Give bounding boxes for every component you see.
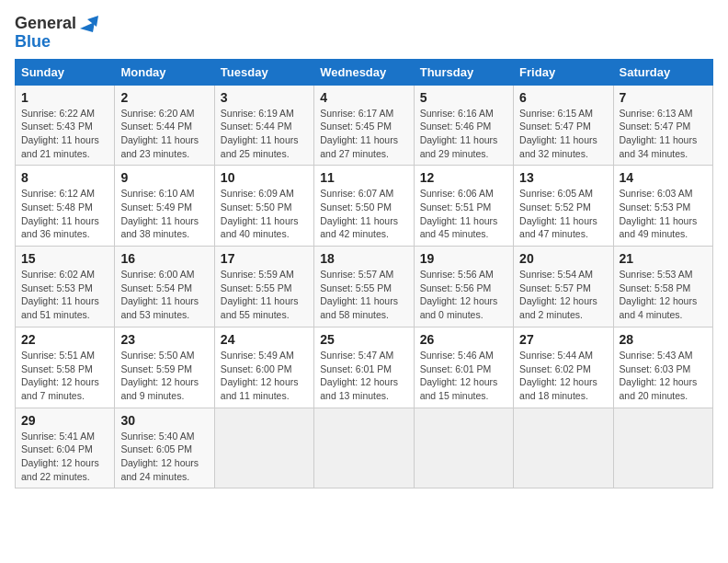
- day-info: Sunrise: 5:56 AMSunset: 5:56 PMDaylight:…: [420, 268, 507, 322]
- calendar-cell: 16Sunrise: 6:00 AMSunset: 5:54 PMDayligh…: [115, 247, 214, 327]
- calendar-cell: 26Sunrise: 5:46 AMSunset: 6:01 PMDayligh…: [414, 327, 513, 408]
- day-number: 4: [320, 90, 407, 105]
- day-info: Sunrise: 5:47 AMSunset: 6:01 PMDaylight:…: [320, 349, 407, 403]
- page-header: General Blue: [15, 15, 713, 52]
- calendar-cell: 19Sunrise: 5:56 AMSunset: 5:56 PMDayligh…: [414, 247, 513, 327]
- calendar-cell: 22Sunrise: 5:51 AMSunset: 5:58 PMDayligh…: [16, 327, 115, 408]
- day-info: Sunrise: 6:15 AMSunset: 5:47 PMDaylight:…: [519, 107, 607, 161]
- day-number: 15: [21, 251, 108, 266]
- col-header-friday: Friday: [514, 59, 613, 85]
- logo: General Blue: [15, 15, 98, 52]
- day-number: 20: [519, 251, 607, 266]
- calendar-body: 1Sunrise: 6:22 AMSunset: 5:43 PMDaylight…: [16, 85, 713, 488]
- day-number: 5: [420, 90, 507, 105]
- day-number: 3: [221, 90, 308, 105]
- day-info: Sunrise: 6:17 AMSunset: 5:45 PMDaylight:…: [320, 107, 407, 161]
- week-row-1: 1Sunrise: 6:22 AMSunset: 5:43 PMDaylight…: [16, 85, 713, 166]
- calendar-cell: 21Sunrise: 5:53 AMSunset: 5:58 PMDayligh…: [613, 247, 712, 327]
- calendar-cell: 25Sunrise: 5:47 AMSunset: 6:01 PMDayligh…: [314, 327, 414, 408]
- col-header-monday: Monday: [115, 59, 214, 85]
- calendar-cell: 8Sunrise: 6:12 AMSunset: 5:48 PMDaylight…: [16, 166, 115, 247]
- day-number: 10: [221, 170, 308, 185]
- day-number: 30: [120, 413, 208, 428]
- day-info: Sunrise: 5:44 AMSunset: 6:02 PMDaylight:…: [519, 349, 607, 403]
- calendar-cell: 15Sunrise: 6:02 AMSunset: 5:53 PMDayligh…: [16, 247, 115, 327]
- svg-marker-0: [80, 22, 95, 32]
- day-info: Sunrise: 6:06 AMSunset: 5:51 PMDaylight:…: [420, 187, 507, 241]
- day-number: 7: [620, 90, 707, 105]
- col-header-thursday: Thursday: [414, 59, 513, 85]
- calendar-cell: 24Sunrise: 5:49 AMSunset: 6:00 PMDayligh…: [214, 327, 313, 408]
- day-info: Sunrise: 5:53 AMSunset: 5:58 PMDaylight:…: [620, 268, 707, 322]
- calendar-cell: 9Sunrise: 6:10 AMSunset: 5:49 PMDaylight…: [115, 166, 214, 247]
- calendar-cell: 7Sunrise: 6:13 AMSunset: 5:47 PMDaylight…: [613, 85, 712, 166]
- col-header-tuesday: Tuesday: [214, 59, 313, 85]
- week-row-2: 8Sunrise: 6:12 AMSunset: 5:48 PMDaylight…: [16, 166, 713, 247]
- day-info: Sunrise: 6:05 AMSunset: 5:52 PMDaylight:…: [519, 187, 607, 241]
- day-info: Sunrise: 5:49 AMSunset: 6:00 PMDaylight:…: [221, 349, 308, 403]
- day-info: Sunrise: 6:00 AMSunset: 5:54 PMDaylight:…: [120, 268, 208, 322]
- day-info: Sunrise: 6:22 AMSunset: 5:43 PMDaylight:…: [21, 107, 108, 161]
- col-header-sunday: Sunday: [16, 59, 115, 85]
- day-info: Sunrise: 5:59 AMSunset: 5:55 PMDaylight:…: [221, 268, 308, 322]
- day-number: 17: [221, 251, 308, 266]
- day-info: Sunrise: 6:03 AMSunset: 5:53 PMDaylight:…: [620, 187, 707, 241]
- day-number: 22: [21, 332, 108, 347]
- logo-arrow-icon: [78, 16, 98, 32]
- calendar-cell: 11Sunrise: 6:07 AMSunset: 5:50 PMDayligh…: [314, 166, 414, 247]
- day-info: Sunrise: 6:12 AMSunset: 5:48 PMDaylight:…: [21, 187, 108, 241]
- calendar-header-row: SundayMondayTuesdayWednesdayThursdayFrid…: [16, 59, 713, 85]
- day-info: Sunrise: 6:07 AMSunset: 5:50 PMDaylight:…: [320, 187, 407, 241]
- day-info: Sunrise: 5:40 AMSunset: 6:05 PMDaylight:…: [120, 430, 208, 484]
- calendar-cell: 28Sunrise: 5:43 AMSunset: 6:03 PMDayligh…: [613, 327, 712, 408]
- calendar-cell: 13Sunrise: 6:05 AMSunset: 5:52 PMDayligh…: [514, 166, 613, 247]
- day-number: 2: [120, 90, 208, 105]
- day-info: Sunrise: 6:02 AMSunset: 5:53 PMDaylight:…: [21, 268, 108, 322]
- day-number: 23: [120, 332, 208, 347]
- day-number: 25: [320, 332, 407, 347]
- calendar-cell: 12Sunrise: 6:06 AMSunset: 5:51 PMDayligh…: [414, 166, 513, 247]
- day-number: 28: [620, 332, 707, 347]
- day-info: Sunrise: 6:13 AMSunset: 5:47 PMDaylight:…: [620, 107, 707, 161]
- day-number: 19: [420, 251, 507, 266]
- day-number: 21: [620, 251, 707, 266]
- week-row-5: 29Sunrise: 5:41 AMSunset: 6:04 PMDayligh…: [16, 408, 713, 488]
- calendar-cell: 29Sunrise: 5:41 AMSunset: 6:04 PMDayligh…: [16, 408, 115, 488]
- calendar-cell: [214, 408, 313, 488]
- calendar-cell: 2Sunrise: 6:20 AMSunset: 5:44 PMDaylight…: [115, 85, 214, 166]
- col-header-saturday: Saturday: [613, 59, 712, 85]
- day-info: Sunrise: 5:54 AMSunset: 5:57 PMDaylight:…: [519, 268, 607, 322]
- day-number: 14: [620, 170, 707, 185]
- calendar-cell: 6Sunrise: 6:15 AMSunset: 5:47 PMDaylight…: [514, 85, 613, 166]
- day-number: 11: [320, 170, 407, 185]
- day-info: Sunrise: 5:41 AMSunset: 6:04 PMDaylight:…: [21, 430, 108, 484]
- logo-text: General Blue: [15, 15, 98, 52]
- calendar-cell: 4Sunrise: 6:17 AMSunset: 5:45 PMDaylight…: [314, 85, 414, 166]
- calendar-cell: [414, 408, 513, 488]
- calendar-cell: 14Sunrise: 6:03 AMSunset: 5:53 PMDayligh…: [613, 166, 712, 247]
- calendar-cell: 17Sunrise: 5:59 AMSunset: 5:55 PMDayligh…: [214, 247, 313, 327]
- week-row-3: 15Sunrise: 6:02 AMSunset: 5:53 PMDayligh…: [16, 247, 713, 327]
- day-info: Sunrise: 6:16 AMSunset: 5:46 PMDaylight:…: [420, 107, 507, 161]
- day-info: Sunrise: 5:46 AMSunset: 6:01 PMDaylight:…: [420, 349, 507, 403]
- calendar-cell: 30Sunrise: 5:40 AMSunset: 6:05 PMDayligh…: [115, 408, 214, 488]
- calendar-table: SundayMondayTuesdayWednesdayThursdayFrid…: [15, 59, 713, 489]
- day-number: 6: [519, 90, 607, 105]
- day-number: 16: [120, 251, 208, 266]
- day-info: Sunrise: 6:19 AMSunset: 5:44 PMDaylight:…: [221, 107, 308, 161]
- day-info: Sunrise: 5:50 AMSunset: 5:59 PMDaylight:…: [120, 349, 208, 403]
- calendar-cell: 3Sunrise: 6:19 AMSunset: 5:44 PMDaylight…: [214, 85, 313, 166]
- calendar-cell: 10Sunrise: 6:09 AMSunset: 5:50 PMDayligh…: [214, 166, 313, 247]
- logo-blue: Blue: [15, 33, 51, 52]
- day-number: 13: [519, 170, 607, 185]
- calendar-cell: 27Sunrise: 5:44 AMSunset: 6:02 PMDayligh…: [514, 327, 613, 408]
- col-header-wednesday: Wednesday: [314, 59, 414, 85]
- calendar-cell: 23Sunrise: 5:50 AMSunset: 5:59 PMDayligh…: [115, 327, 214, 408]
- calendar-cell: [613, 408, 712, 488]
- day-info: Sunrise: 6:09 AMSunset: 5:50 PMDaylight:…: [221, 187, 308, 241]
- day-info: Sunrise: 5:57 AMSunset: 5:55 PMDaylight:…: [320, 268, 407, 322]
- day-number: 1: [21, 90, 108, 105]
- day-number: 27: [519, 332, 607, 347]
- day-info: Sunrise: 6:20 AMSunset: 5:44 PMDaylight:…: [120, 107, 208, 161]
- logo-general: General: [15, 15, 76, 33]
